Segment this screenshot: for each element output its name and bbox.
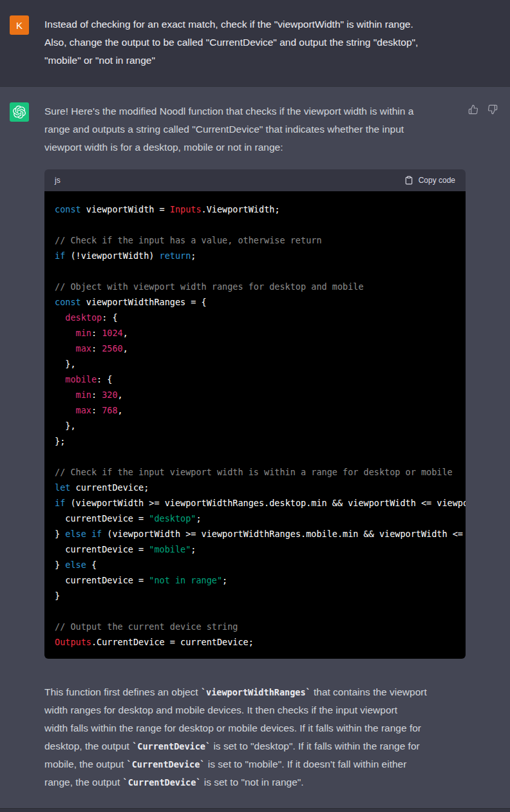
assistant-message-row: Sure! Here's the modified Noodl function… bbox=[0, 86, 510, 808]
code-token bbox=[55, 328, 76, 338]
chatgpt-avatar bbox=[10, 102, 29, 122]
code-token: (!viewportWidth) bbox=[65, 250, 159, 261]
code-token bbox=[55, 405, 76, 415]
code-line: if (viewportWidth >= viewportWidthRanges… bbox=[55, 495, 466, 511]
assistant-explanation-text: This function first defines an object `v… bbox=[44, 683, 466, 791]
code-line: } else { bbox=[55, 557, 466, 572]
thumbs-up-button[interactable] bbox=[468, 104, 478, 115]
prose-line: Instead of checking for an exact match, … bbox=[44, 15, 465, 33]
code-line: if (!viewportWidth) return; bbox=[55, 248, 466, 263]
user-message-text: Instead of checking for an exact match, … bbox=[44, 15, 465, 70]
code-token: if bbox=[91, 529, 102, 539]
code-token: : { bbox=[97, 374, 112, 384]
code-token: // Check if the input has a value, other… bbox=[55, 235, 322, 245]
code-line: // Check if the input has a value, other… bbox=[55, 232, 466, 248]
inline-code: `CurrentDevice` bbox=[132, 741, 211, 751]
code-token: , bbox=[118, 405, 123, 415]
clipboard-icon bbox=[404, 176, 413, 185]
prose-line: desktop, the output `CurrentDevice` is s… bbox=[44, 737, 466, 755]
code-token: : bbox=[91, 328, 102, 338]
inline-code: `viewportWidthRanges` bbox=[201, 687, 311, 697]
code-line bbox=[55, 263, 466, 279]
code-line: currentDevice = "desktop"; bbox=[55, 511, 466, 526]
prose-line: This function first defines an object `v… bbox=[44, 683, 466, 701]
code-token: .ViewportWidth; bbox=[202, 204, 280, 214]
code-token: }; bbox=[55, 436, 65, 446]
code-line: // Object with viewport width ranges for… bbox=[55, 279, 466, 294]
code-token: } bbox=[55, 590, 60, 601]
thumbs-down-button[interactable] bbox=[487, 104, 498, 115]
code-token: ; bbox=[196, 513, 201, 524]
prose-text: range, the output bbox=[44, 777, 123, 788]
prose-line: range, the output `CurrentDevice` is set… bbox=[44, 773, 466, 791]
code-token: ; bbox=[191, 544, 196, 554]
code-block: js Copy code const viewportWidth = Input… bbox=[44, 169, 466, 659]
code-line bbox=[55, 449, 466, 464]
code-token: "not in range" bbox=[149, 575, 222, 585]
code-line: } else if (viewportWidth >= viewportWidt… bbox=[55, 526, 466, 542]
prose-text: is set to "desktop". If it falls within … bbox=[211, 741, 420, 751]
code-token: , bbox=[123, 328, 128, 338]
prose-line: width ranges for desktop and mobile devi… bbox=[44, 701, 466, 719]
copy-code-button[interactable]: Copy code bbox=[404, 176, 455, 185]
code-token: currentDevice = bbox=[55, 544, 149, 554]
code-token: : bbox=[91, 405, 102, 415]
prose-line: mobile, the output `CurrentDevice` is se… bbox=[44, 755, 466, 773]
message-feedback bbox=[468, 104, 498, 115]
code-token: Outputs bbox=[55, 637, 91, 647]
code-token: viewportWidthRanges = { bbox=[81, 297, 207, 307]
code-line: }, bbox=[55, 418, 466, 433]
code-line: Outputs.CurrentDevice = currentDevice; bbox=[55, 634, 466, 650]
code-line: currentDevice = "mobile"; bbox=[55, 542, 466, 557]
code-block-header: js Copy code bbox=[44, 169, 466, 191]
code-token: ; bbox=[222, 575, 227, 585]
prose-line: Sure! Here's the modified Noodl function… bbox=[44, 102, 466, 120]
code-token: , bbox=[118, 390, 123, 400]
prose-text: is set to "mobile". If it doesn't fall w… bbox=[205, 759, 406, 770]
code-token: { bbox=[86, 560, 97, 570]
code-token bbox=[86, 529, 91, 539]
code-token: max bbox=[76, 405, 91, 415]
code-line: max: 2560, bbox=[55, 341, 466, 356]
code-line: // Check if the input viewport width is … bbox=[55, 464, 466, 480]
openai-logo-icon bbox=[13, 106, 26, 118]
code-token: const bbox=[55, 204, 81, 214]
code-token: min bbox=[76, 328, 91, 338]
prose-line: Also, change the output to be called "Cu… bbox=[44, 33, 465, 52]
code-token: } bbox=[55, 529, 65, 539]
code-token: ; bbox=[191, 250, 196, 261]
user-avatar: K bbox=[10, 15, 29, 35]
code-token: : { bbox=[102, 312, 117, 323]
code-token: if bbox=[55, 250, 65, 261]
code-token: "mobile" bbox=[149, 544, 191, 554]
code-token: viewportWidth = bbox=[81, 204, 170, 214]
code-token: (viewportWidth >= viewportWidthRanges.mo… bbox=[102, 529, 466, 539]
code-token bbox=[55, 374, 65, 384]
code-token: }, bbox=[55, 420, 76, 431]
code-line: desktop: { bbox=[55, 310, 466, 325]
code-token: max bbox=[76, 343, 91, 354]
code-line: let currentDevice; bbox=[55, 480, 466, 495]
code-line: }; bbox=[55, 433, 466, 449]
code-token: currentDevice = bbox=[55, 513, 149, 524]
code-token bbox=[55, 390, 76, 400]
code-token: currentDevice; bbox=[70, 482, 149, 493]
code-token: } bbox=[55, 560, 65, 570]
prose-line: width falls within the range for desktop… bbox=[44, 719, 466, 737]
prose-text: This function first defines an object bbox=[44, 686, 201, 697]
code-token: : bbox=[91, 390, 102, 400]
code-token: "desktop" bbox=[149, 513, 196, 524]
code-token: 1024 bbox=[102, 328, 123, 338]
next-row-edge bbox=[0, 808, 510, 812]
code-token: desktop bbox=[65, 312, 102, 323]
code-token: : bbox=[91, 343, 102, 354]
prose-line: viewport width is for a desktop, mobile … bbox=[44, 138, 466, 156]
user-message-row: K Instead of checking for an exact match… bbox=[0, 0, 510, 86]
prose-text: width ranges for desktop and mobile devi… bbox=[44, 704, 397, 715]
code-token bbox=[55, 343, 76, 354]
code-language-label: js bbox=[55, 176, 61, 185]
thumbs-up-icon bbox=[468, 104, 478, 115]
code-token: min bbox=[76, 390, 91, 400]
code-token: 768 bbox=[102, 405, 117, 415]
code-token: mobile bbox=[65, 374, 97, 384]
